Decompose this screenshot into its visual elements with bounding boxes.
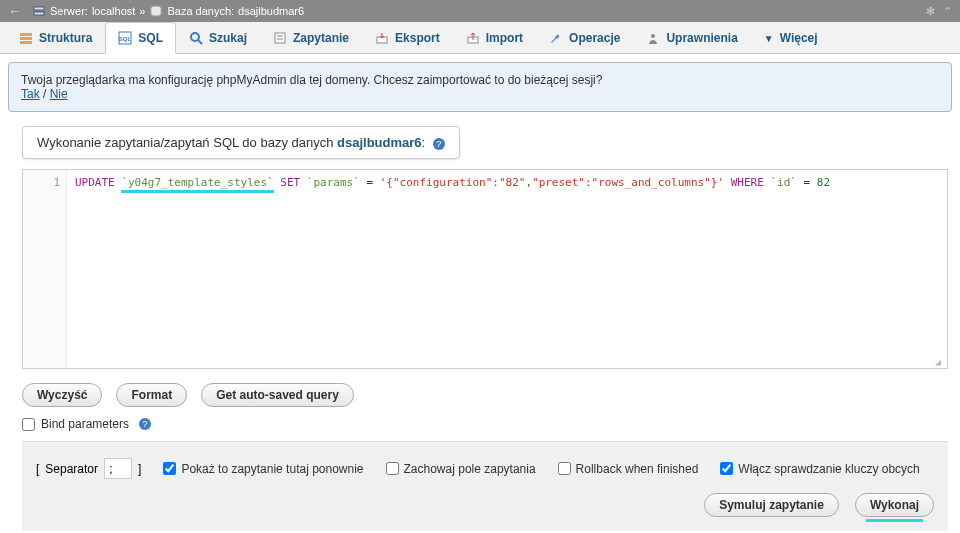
tab-label: Zapytanie <box>293 31 349 45</box>
server-icon <box>32 4 46 18</box>
wrench-icon <box>549 31 563 45</box>
svg-point-8 <box>191 33 199 41</box>
svg-rect-3 <box>20 33 32 36</box>
server-name[interactable]: localhost <box>92 5 135 17</box>
editor-gutter: 1 <box>23 170 67 368</box>
separator-input[interactable] <box>104 458 132 479</box>
help-icon[interactable]: ? <box>433 138 445 150</box>
query-icon <box>273 31 287 45</box>
tab-structure[interactable]: Struktura <box>6 22 105 53</box>
svg-rect-4 <box>20 37 32 40</box>
sql-icon: SQL <box>118 31 132 45</box>
format-button[interactable]: Format <box>116 383 187 407</box>
svg-point-15 <box>651 34 655 38</box>
svg-rect-1 <box>34 12 44 15</box>
sql-title-db: dsajlbudmar6 <box>337 135 422 150</box>
tab-label: SQL <box>138 31 163 45</box>
sql-editor[interactable]: 1 UPDATE `y04g7_template_styles` SET `pa… <box>22 169 948 369</box>
svg-text:SQL: SQL <box>119 36 132 42</box>
structure-icon <box>19 31 33 45</box>
tab-label: Operacje <box>569 31 620 45</box>
show-again-checkbox[interactable] <box>163 462 176 475</box>
tab-label: Szukaj <box>209 31 247 45</box>
tab-export[interactable]: Eksport <box>362 22 453 53</box>
breadcrumb-bar: ← Serwer: localhost » Baza danych: dsajl… <box>0 0 960 22</box>
clear-button[interactable]: Wyczyść <box>22 383 102 407</box>
back-arrow-icon[interactable]: ← <box>8 3 22 19</box>
rollback-option[interactable]: Rollback when finished <box>558 462 699 476</box>
tab-bar: Struktura SQLSQL Szukaj Zapytanie Ekspor… <box>0 22 960 54</box>
tab-operations[interactable]: Operacje <box>536 22 633 53</box>
tab-privileges[interactable]: Uprawnienia <box>633 22 750 53</box>
svg-rect-0 <box>34 7 44 10</box>
sql-title: Wykonanie zapytania/zapytań SQL do bazy … <box>22 126 460 159</box>
database-icon <box>149 4 163 18</box>
bind-parameters-label: Bind parameters <box>41 417 129 431</box>
search-icon <box>189 31 203 45</box>
server-label: Serwer: <box>50 5 88 17</box>
fk-option[interactable]: Włącz sprawdzanie kluczy obcych <box>720 462 919 476</box>
editor-content[interactable]: UPDATE `y04g7_template_styles` SET `para… <box>67 170 947 368</box>
simulate-button[interactable]: Symuluj zapytanie <box>704 493 839 517</box>
gear-icon[interactable]: ✻ <box>926 5 935 18</box>
tab-label: Eksport <box>395 31 440 45</box>
bind-parameters-checkbox[interactable] <box>22 418 35 431</box>
retain-checkbox[interactable] <box>386 462 399 475</box>
resize-handle-icon[interactable]: ◢ <box>935 356 945 366</box>
tab-search[interactable]: Szukaj <box>176 22 260 53</box>
notice-yes-link[interactable]: Tak <box>21 87 40 101</box>
notice-no-link[interactable]: Nie <box>50 87 68 101</box>
tab-sql[interactable]: SQLSQL <box>105 22 176 54</box>
svg-line-9 <box>198 40 202 44</box>
tab-label: Struktura <box>39 31 92 45</box>
highlight-underline <box>866 519 923 522</box>
fk-checkbox[interactable] <box>720 462 733 475</box>
config-notice: Twoja przeglądarka ma konfigurację phpMy… <box>8 62 952 112</box>
tab-label: Więcej <box>780 31 818 45</box>
collapse-icon[interactable]: ⌃ <box>943 5 952 18</box>
svg-rect-10 <box>275 33 285 43</box>
tab-import[interactable]: Import <box>453 22 536 53</box>
svg-rect-5 <box>20 41 32 44</box>
auto-saved-button[interactable]: Get auto-saved query <box>201 383 354 407</box>
show-again-option[interactable]: Pokaż to zapytanie tutaj ponownie <box>163 462 363 476</box>
tab-query[interactable]: Zapytanie <box>260 22 362 53</box>
db-name[interactable]: dsajlbudmar6 <box>238 5 304 17</box>
breadcrumb-sep: » <box>139 5 145 17</box>
tab-label: Uprawnienia <box>666 31 737 45</box>
help-icon[interactable]: ? <box>139 418 151 430</box>
import-icon <box>466 31 480 45</box>
tab-more[interactable]: ▼Więcej <box>751 22 831 53</box>
retain-option[interactable]: Zachowaj pole zapytania <box>386 462 536 476</box>
separator-label: Separator <box>45 462 98 476</box>
tab-label: Import <box>486 31 523 45</box>
notice-text: Twoja przeglądarka ma konfigurację phpMy… <box>21 73 939 87</box>
export-icon <box>375 31 389 45</box>
privileges-icon <box>646 31 660 45</box>
execute-button[interactable]: Wykonaj <box>855 493 934 517</box>
db-label: Baza danych: <box>167 5 234 17</box>
footer-options: [ Separator ] Pokaż to zapytanie tutaj p… <box>22 441 948 531</box>
caret-down-icon: ▼ <box>764 33 774 44</box>
rollback-checkbox[interactable] <box>558 462 571 475</box>
